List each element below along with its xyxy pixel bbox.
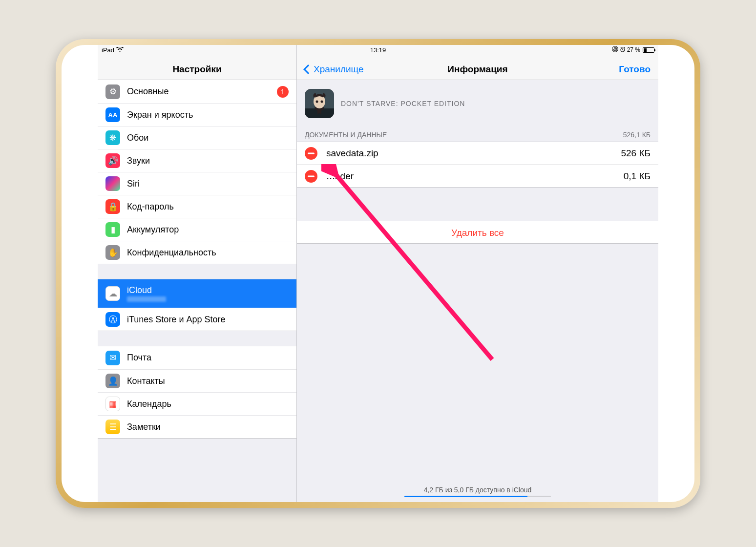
app-icon <box>305 89 334 118</box>
gear-icon: ⚙︎ <box>105 84 120 99</box>
sidebar-item-siri[interactable]: Siri <box>98 172 296 195</box>
cloud-icon: ☁︎ <box>105 286 120 301</box>
app-header: DON'T STARVE: POCKET EDITION <box>297 80 658 127</box>
store-icon: Ⓐ <box>105 312 120 327</box>
sidebar-item-snd[interactable]: 🔊Звуки <box>98 149 296 172</box>
back-button[interactable]: Хранилище <box>305 64 364 75</box>
delete-minus-icon[interactable] <box>305 147 317 160</box>
annotation-arrow <box>321 164 502 369</box>
sidebar-item-label: Почта <box>127 353 151 363</box>
alarm-icon <box>620 46 626 54</box>
batt-icon: ▮ <box>105 222 120 237</box>
device-label: iPad <box>102 46 114 54</box>
sidebar-item-priv[interactable]: ✋Конфиденциальность <box>98 241 296 264</box>
battery-icon <box>643 47 654 53</box>
delete-minus-icon[interactable] <box>305 170 317 183</box>
badge: 1 <box>277 86 289 98</box>
wall-icon: ❋ <box>105 130 120 145</box>
status-bar: iPad 13:19 27 % <box>98 45 658 55</box>
detail-pane: Хранилище Информация Готово DON'T STARVE… <box>297 45 658 502</box>
account-subtext <box>127 296 166 302</box>
priv-icon: ✋ <box>105 245 120 260</box>
sidebar-item-gear[interactable]: ⚙︎Основные1 <box>98 80 296 103</box>
aa-icon: AA <box>105 107 120 122</box>
sidebar-item-label: iTunes Store и App Store <box>127 315 226 325</box>
sidebar-item-label: Заметки <box>127 422 161 432</box>
sidebar-item-label: Код-пароль <box>127 202 174 212</box>
settings-sidebar: Настройки ⚙︎Основные1AAЭкран и яркость❋О… <box>98 45 297 502</box>
done-button[interactable]: Готово <box>619 64 651 75</box>
sidebar-item-label: Конфиденциальность <box>127 248 216 258</box>
snd-icon: 🔊 <box>105 153 120 168</box>
sidebar-item-contacts[interactable]: 👤Контакты <box>98 369 296 392</box>
sidebar-item-batt[interactable]: ▮Аккумулятор <box>98 218 296 241</box>
file-name: savedata.zip <box>326 148 378 159</box>
file-size: 526 КБ <box>621 148 651 159</box>
sidebar-item-label: Основные <box>127 86 168 97</box>
sidebar-item-notes[interactable]: ☰Заметки <box>98 415 296 438</box>
lock-icon: 🔒 <box>105 199 120 214</box>
sidebar-item-store[interactable]: ⒶiTunes Store и App Store <box>98 308 296 331</box>
sidebar-item-cloud[interactable]: ☁︎iCloud <box>98 279 296 308</box>
sidebar-item-label: Контакты <box>127 376 165 386</box>
sidebar-item-label: iCloud <box>127 285 166 295</box>
sidebar-item-label: Экран и яркость <box>127 110 193 120</box>
sidebar-item-label: Звуки <box>127 156 150 166</box>
section-header: ДОКУМЕНТЫ И ДАННЫЕ <box>305 131 387 139</box>
file-row[interactable]: savedata.zip526 КБ <box>297 142 658 165</box>
sidebar-item-mail[interactable]: ✉︎Почта <box>98 346 296 369</box>
file-row[interactable]: ․․․ader0,1 КБ <box>297 165 658 188</box>
section-size: 526,1 КБ <box>623 131 651 139</box>
app-name: DON'T STARVE: POCKET EDITION <box>341 100 465 107</box>
sidebar-item-label: Обои <box>127 133 148 143</box>
sidebar-item-lock[interactable]: 🔒Код-пароль <box>98 195 296 218</box>
file-name: ․․․ader <box>326 170 354 182</box>
siri-icon <box>105 176 120 191</box>
storage-progress <box>404 496 551 497</box>
sidebar-item-cal[interactable]: ▦Календарь <box>98 392 296 415</box>
delete-all-button[interactable]: Удалить все <box>297 221 658 244</box>
sidebar-item-label: Аккумулятор <box>127 225 179 235</box>
sidebar-item-label: Календарь <box>127 399 171 409</box>
mail-icon: ✉︎ <box>105 351 120 365</box>
sidebar-item-wall[interactable]: ❋Обои <box>98 126 296 149</box>
sidebar-item-label: Siri <box>127 179 140 189</box>
rotation-lock-icon <box>612 46 618 54</box>
svg-line-8 <box>331 169 492 359</box>
svg-point-7 <box>321 101 323 103</box>
wifi-icon <box>116 46 124 54</box>
cal-icon: ▦ <box>105 397 120 411</box>
file-size: 0,1 КБ <box>624 171 651 182</box>
storage-footer: 4,2 ГБ из 5,0 ГБ доступно в iCloud <box>297 486 658 497</box>
battery-pct: 27 % <box>627 46 640 53</box>
contacts-icon: 👤 <box>105 374 120 388</box>
notes-icon: ☰ <box>105 420 120 434</box>
svg-rect-1 <box>614 48 615 49</box>
clock: 13:19 <box>370 46 386 54</box>
svg-point-6 <box>316 101 318 103</box>
sidebar-item-aa[interactable]: AAЭкран и яркость <box>98 103 296 126</box>
